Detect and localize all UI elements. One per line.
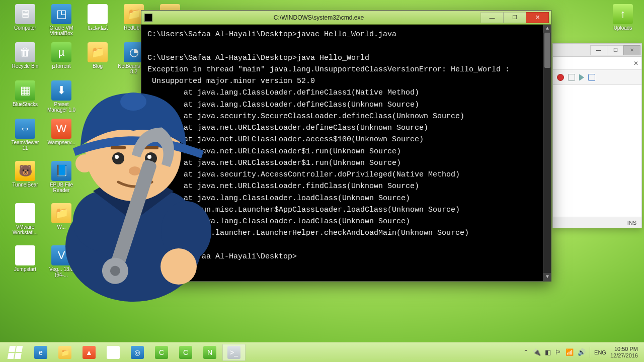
scroll-down-icon[interactable]: ▼ <box>543 273 551 281</box>
desktop-icon-teamviewer-11[interactable]: ↔TeamViewer 11 <box>8 119 42 151</box>
cmd-icon <box>144 14 152 22</box>
taskbar-item-camtasia[interactable]: C <box>150 344 173 361</box>
icon-label: W... <box>57 224 65 230</box>
sec-maximize-button[interactable]: ☐ <box>607 45 624 55</box>
windows-logo-icon <box>8 346 23 359</box>
app-icon: 🗑 <box>15 42 35 62</box>
scroll-up-icon[interactable]: ▲ <box>543 25 551 33</box>
icon-label: Preset Manager 1.0 <box>44 102 78 113</box>
network-icon[interactable]: 📶 <box>566 348 574 356</box>
app-icon: 🖥 <box>15 4 35 24</box>
desktop-icon-w-[interactable]: 📁W... <box>44 203 78 230</box>
notepadpp-icon: N <box>203 346 216 359</box>
app-icon: 📁 <box>51 203 71 223</box>
desktop-icon-computer[interactable]: 🖥Computer <box>8 4 42 31</box>
icon-label: BlueStacks <box>13 102 38 107</box>
icon-label: Wampserv... <box>47 140 75 145</box>
tray-app-icon[interactable]: ◧ <box>545 348 551 356</box>
desktop-icon-vmware-workstati-[interactable]: ◪VMware Workstati... <box>8 203 42 235</box>
camtasia-icon: C <box>155 346 168 359</box>
desktop-icon-recycle-bin[interactable]: 🗑Recycle Bin <box>8 42 42 69</box>
terminal-output[interactable]: C:\Users\Safaa Al-Hayali\Desktop>javac H… <box>141 25 551 281</box>
desktop-icon-tunnelbear[interactable]: 🐻TunnelBear <box>8 161 42 188</box>
maximize-button[interactable]: ☐ <box>503 12 526 23</box>
app-icon: 🐻 <box>15 161 35 181</box>
desktop-icon-bluestacks[interactable]: ▦BlueStacks <box>8 80 42 107</box>
record-icon[interactable] <box>557 74 564 81</box>
start-button[interactable] <box>3 344 27 361</box>
cmd-titlebar[interactable]: C:\WINDOWS\system32\cmd.exe — ☐ ✕ <box>141 11 551 25</box>
sec-body <box>553 85 641 217</box>
icon-label: TunnelBear <box>12 182 38 188</box>
ie-icon: e <box>34 346 47 359</box>
scroll-thumb[interactable] <box>544 33 550 68</box>
app-icon: W <box>51 119 71 139</box>
desktop-icon-preset-manager-1-0[interactable]: ⬇Preset Manager 1.0 <box>44 80 78 113</box>
taskbar-item-explorer[interactable]: 📁 <box>53 344 76 361</box>
icon-label: Uploads <box>614 25 632 31</box>
play-icon[interactable] <box>579 74 584 81</box>
secondary-window[interactable]: — ☐ ✕ ✕ INS <box>552 43 642 228</box>
sec-minimize-button[interactable]: — <box>590 45 607 55</box>
taskbar-item-notepadpp[interactable]: N <box>198 344 221 361</box>
taskbar-item-camtasia2[interactable]: C <box>174 344 197 361</box>
taskbar-item-cmd[interactable]: >_ <box>222 344 246 361</box>
volume-icon[interactable]: 🔊 <box>578 348 586 356</box>
terminal-text: C:\Users\Safaa Al-Hayali\Desktop>javac H… <box>147 29 545 262</box>
taskbar-item-ie[interactable]: e <box>29 344 52 361</box>
icon-label: ﺄﻴﻄﻋ-ﻚﺒﻟﺍ <box>88 25 108 31</box>
desktop-icon-epub-file-reader[interactable]: 📘EPUB File Reader <box>44 161 78 193</box>
icon-label: Computer <box>14 25 36 31</box>
recorder-icon: ◎ <box>131 346 144 359</box>
desktop-icon-blog[interactable]: 📁Blog <box>80 42 115 69</box>
sec-titlebar[interactable]: — ☐ ✕ <box>553 44 641 57</box>
app-icon: V <box>51 245 71 265</box>
icon-label: Oracle VM VirtualBox <box>44 25 78 36</box>
stop-icon[interactable] <box>568 74 575 81</box>
loop-icon[interactable] <box>588 74 595 81</box>
tray-up-icon[interactable]: ⌃ <box>523 348 529 356</box>
minimize-button[interactable]: — <box>480 12 504 23</box>
sec-status: INS <box>553 217 641 228</box>
cmd-icon: >_ <box>227 346 240 359</box>
app-icon: ✶ <box>15 245 35 265</box>
app-icon: ◳ <box>51 4 71 24</box>
system-tray[interactable]: ⌃ 🔌 ◧ 🏳 📶 🔊 ENG 10:50 PM 12/27/2016 <box>523 346 641 358</box>
scrollbar[interactable]: ▲ ▼ <box>543 25 551 281</box>
close-button[interactable]: ✕ <box>526 12 549 23</box>
icon-label: Recycle Bin <box>12 63 39 69</box>
app-icon: 7z <box>88 4 108 24</box>
desktop-icon-jumpstart[interactable]: ✶Jumpstart <box>8 245 42 272</box>
sec-sub-close[interactable]: ✕ <box>553 57 641 70</box>
desktop-icon--torrent[interactable]: µµTorrent <box>44 42 78 69</box>
icon-label: Veg... 13.0 (64-... <box>44 266 78 278</box>
taskbar-item-recorder[interactable]: ◎ <box>126 344 149 361</box>
desktop-icon-wampserv-[interactable]: WWampserv... <box>44 119 78 145</box>
sec-close-button[interactable]: ✕ <box>623 45 640 55</box>
desktop-icon-veg-13-0-64-[interactable]: VVeg... 13.0 (64-... <box>44 245 78 278</box>
safely-remove-icon[interactable]: 🔌 <box>533 348 541 356</box>
taskbar-item-chrome[interactable]: ◉ <box>102 344 125 361</box>
cmd-window[interactable]: C:\WINDOWS\system32\cmd.exe — ☐ ✕ C:\Use… <box>141 10 551 282</box>
icon-label: TeamViewer 11 <box>8 140 42 151</box>
chrome-icon: ◉ <box>107 346 120 359</box>
taskbar-item-vlc[interactable]: ▲ <box>77 344 101 361</box>
camtasia2-icon: C <box>179 346 192 359</box>
icon-label: Jumpstart <box>14 266 36 272</box>
language-indicator[interactable]: ENG <box>594 349 606 355</box>
action-center-icon[interactable]: 🏳 <box>555 348 561 356</box>
clock[interactable]: 10:50 PM 12/27/2016 <box>610 346 638 358</box>
taskbar[interactable]: e📁▲◉◎CCN>_ ⌃ 🔌 ◧ 🏳 📶 🔊 ENG 10:50 PM 12/2… <box>0 342 644 362</box>
app-icon: ◪ <box>15 203 35 223</box>
icon-label: VMware Workstati... <box>8 224 42 235</box>
app-icon: ▦ <box>15 80 35 101</box>
desktop-icon-oracle-vm-virtualbox[interactable]: ◳Oracle VM VirtualBox <box>44 4 78 36</box>
explorer-icon: 📁 <box>58 346 71 359</box>
desktop-icon-uploads[interactable]: ↑Uploads <box>606 4 640 31</box>
app-icon: 📁 <box>88 42 108 62</box>
sec-toolbar <box>553 70 641 85</box>
app-icon: µ <box>51 42 71 62</box>
cmd-title: C:\WINDOWS\system32\cmd.exe <box>156 14 481 21</box>
app-icon: ↔ <box>15 119 35 139</box>
desktop-icon--[interactable]: 7zﺄﻴﻄﻋ-ﻚﺒﻟﺍ <box>80 4 115 31</box>
